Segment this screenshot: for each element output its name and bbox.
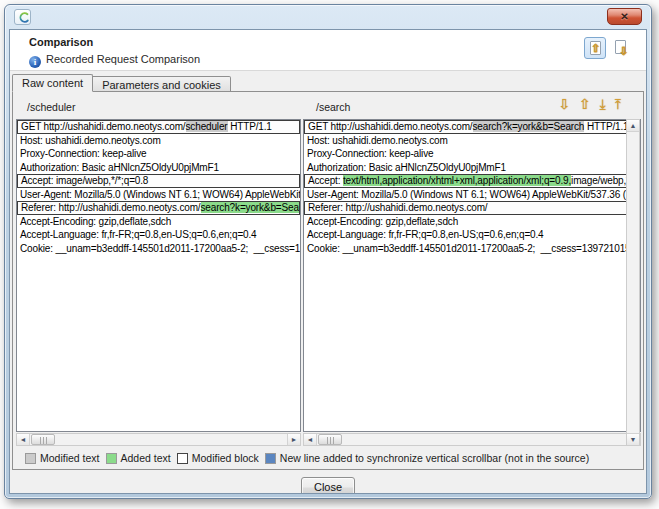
first-difference-button[interactable]: ⤒ [615, 96, 621, 112]
synchronized-vertical-scrollbar[interactable]: ▲ ▼ [626, 119, 640, 446]
gray-highlight-segment: search?k=york&b=Search [473, 121, 585, 132]
request-header-line: Host: ushahidi.demo.neotys.com [304, 134, 640, 148]
scroll-left-arrow-icon[interactable]: ◄ [17, 434, 30, 445]
legend-label: Added text [121, 452, 171, 464]
request-header-line: Cookie: __unam=b3eddff-145501d2011-17200… [304, 242, 640, 256]
modified-color-swatch [25, 453, 36, 464]
dialog-header: Comparison iRecorded Request Comparison … [10, 30, 646, 71]
request-header-line: Host: ushahidi.demo.neotys.com [17, 134, 300, 148]
legend-item: Modified block [177, 452, 259, 464]
text-segment: Proxy-Connection: keep-alive [20, 148, 146, 159]
comparison-dialog-window: ✕ Comparison iRecorded Request Compariso… [4, 4, 652, 499]
text-segment: Accept-Encoding: gzip,deflate,sdch [307, 216, 458, 227]
info-icon: i [29, 56, 41, 68]
request-header-line: Proxy-Connection: keep-alive [17, 147, 300, 161]
text-segment: Accept-Encoding: gzip,deflate,sdch [20, 216, 171, 227]
text-segment: Proxy-Connection: keep-alive [307, 148, 433, 159]
text-segment: Accept: [308, 175, 343, 186]
left-scrollbar-thumb[interactable] [31, 434, 55, 445]
dialog-description-text: Recorded Request Comparison [46, 53, 200, 65]
request-header-line: User-Agent: Mozilla/5.0 (Windows NT 6.1;… [17, 188, 300, 202]
sync-color-swatch [265, 453, 276, 464]
text-segment: GET http://ushahidi.demo.neotys.com/ [308, 121, 473, 132]
request-header-line: User-Agent: Mozilla/5.0 (Windows NT 6.1;… [304, 188, 640, 202]
modified-block-line: Accept: image/webp,*/*;q=0.8 [17, 174, 300, 188]
raw-content-tab-panel: /scheduler /search ⇩ ⇧ ⤓ ⤒ GET http://us… [12, 91, 644, 470]
neoload-logo-icon [14, 9, 31, 25]
left-panel-title: /scheduler [27, 101, 75, 113]
tab-bar: Raw content Parameters and cookies [12, 74, 231, 92]
request-header-line: Authorization: Basic aHNlcnZ5OldyU0pjMmF… [304, 161, 640, 175]
scroll-down-arrow-icon[interactable]: ▼ [627, 433, 639, 445]
request-header-line: Accept-Language: fr,fr-FR;q=0.8,en-US;q=… [304, 228, 640, 242]
text-segment: HTTP/1.1 [228, 121, 272, 132]
previous-difference-button[interactable]: ⇧ [579, 96, 591, 112]
request-header-line: Cookie: __unam=b3eddff-145501d2011-17200… [17, 242, 300, 256]
diff-legend: Modified textAdded textModified blockNew… [25, 452, 589, 464]
difference-navigation-toolbar: ⇩ ⇧ ⤓ ⤒ [558, 96, 621, 112]
text-segment: Referer: http://ushahidi.demo.neotys.com… [21, 202, 201, 213]
text-segment: HTTP/1.1 [584, 121, 628, 132]
text-segment: Accept: image/webp,*/*;q=0.8 [21, 175, 148, 186]
last-difference-button[interactable]: ⤓ [600, 96, 606, 112]
block-color-swatch [177, 453, 188, 464]
gray-highlight-segment: scheduler [186, 121, 228, 132]
legend-label: Modified text [40, 452, 100, 464]
green-highlight-segment: search?k=york&b=Search [201, 202, 301, 213]
legend-item: New line added to synchronize vertical s… [265, 452, 589, 464]
text-segment: Referer: http://ushahidi.demo.neotys.com… [308, 202, 488, 213]
legend-label: Modified block [192, 452, 259, 464]
arrow-down-icon: ⇩ [619, 45, 628, 58]
request-header-line: Authorization: Basic aHNlcnZ5OldyU0pjMmF… [17, 161, 300, 175]
scheduler-request-panel[interactable]: GET http://ushahidi.demo.neotys.com/sche… [16, 119, 301, 432]
modified-block-line: GET http://ushahidi.demo.neotys.com/sear… [304, 120, 640, 134]
next-difference-page-button[interactable]: ⇩ [610, 37, 632, 59]
left-horizontal-scrollbar[interactable]: ◄ ► [16, 433, 301, 446]
text-segment: Cookie: __unam=b3eddff-145501d2011-17200… [20, 243, 300, 254]
next-difference-button[interactable]: ⇩ [558, 96, 570, 112]
dialog-client-area: Comparison iRecorded Request Comparison … [9, 29, 647, 494]
tab-raw-content[interactable]: Raw content [12, 74, 93, 92]
request-header-line: Accept-Encoding: gzip,deflate,sdch [304, 215, 640, 229]
request-header-line: Accept-Encoding: gzip,deflate,sdch [17, 215, 300, 229]
text-segment: Authorization: Basic aHNlcnZ5OldyU0pjMmF… [307, 162, 506, 173]
page-title: Comparison [29, 36, 93, 48]
modified-block-line: GET http://ushahidi.demo.neotys.com/sche… [17, 120, 300, 134]
modified-block-line: Referer: http://ushahidi.demo.neotys.com… [304, 201, 640, 215]
legend-label: New line added to synchronize vertical s… [280, 452, 589, 464]
modified-block-line: Accept: text/html,application/xhtml+xml,… [304, 174, 640, 188]
legend-item: Added text [106, 452, 171, 464]
scroll-right-arrow-icon[interactable]: ► [287, 434, 300, 445]
dialog-description: iRecorded Request Comparison [29, 53, 200, 68]
added-color-swatch [106, 453, 117, 464]
text-segment: Authorization: Basic aHNlcnZ5OldyU0pjMmF… [20, 162, 219, 173]
text-segment: Accept-Language: fr,fr-FR;q=0.8,en-US;q=… [307, 229, 544, 240]
text-segment: User-Agent: Mozilla/5.0 (Windows NT 6.1;… [307, 189, 640, 200]
request-header-line: Proxy-Connection: keep-alive [304, 147, 640, 161]
right-scrollbar-thumb[interactable] [318, 434, 342, 445]
text-segment: Accept-Language: fr,fr-FR;q=0.8,en-US;q=… [20, 229, 257, 240]
arrow-up-icon: ⇧ [591, 42, 600, 55]
text-segment: Host: ushahidi.demo.neotys.com [20, 135, 161, 146]
text-segment: GET http://ushahidi.demo.neotys.com/ [21, 121, 186, 132]
right-panel-title: /search [316, 101, 350, 113]
close-button[interactable]: Close [301, 477, 355, 494]
modified-block-line: Referer: http://ushahidi.demo.neotys.com… [17, 201, 300, 215]
text-segment: Host: ushahidi.demo.neotys.com [307, 135, 448, 146]
tab-parameters-and-cookies[interactable]: Parameters and cookies [93, 76, 231, 92]
green-highlight-segment: text/html,application/xhtml+xml,applicat… [343, 175, 571, 186]
search-request-panel[interactable]: GET http://ushahidi.demo.neotys.com/sear… [303, 119, 641, 432]
title-bar[interactable]: ✕ [5, 5, 651, 29]
request-header-line: Accept-Language: fr,fr-FR;q=0.8,en-US;q=… [17, 228, 300, 242]
scroll-left-arrow-icon[interactable]: ◄ [304, 434, 317, 445]
right-horizontal-scrollbar[interactable]: ◄ ► [303, 433, 641, 446]
window-close-button[interactable]: ✕ [607, 8, 642, 25]
legend-item: Modified text [25, 452, 100, 464]
previous-difference-page-button[interactable]: ⇧ [584, 37, 606, 59]
text-segment: Cookie: __unam=b3eddff-145501d2011-17200… [307, 243, 640, 254]
text-segment: User-Agent: Mozilla/5.0 (Windows NT 6.1;… [20, 189, 300, 200]
scroll-up-arrow-icon[interactable]: ▲ [627, 120, 639, 132]
